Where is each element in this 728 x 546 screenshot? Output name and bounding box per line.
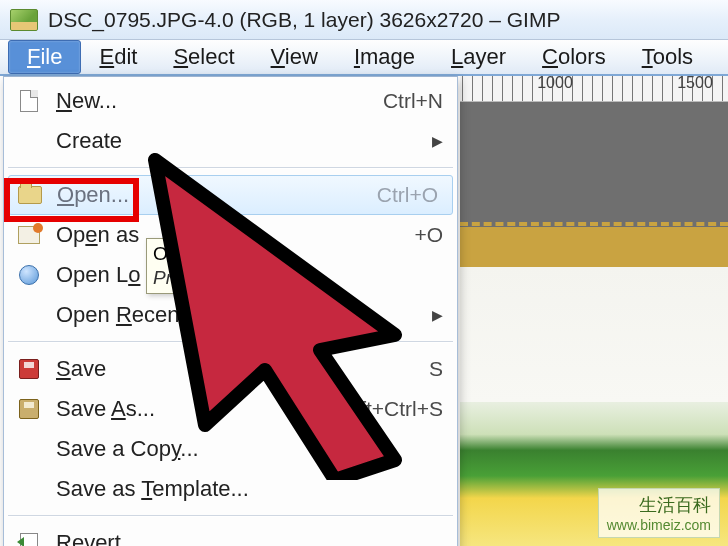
accel-save-as: Shift+Ctrl+S bbox=[330, 397, 443, 421]
revert-icon bbox=[14, 531, 44, 546]
folder-open-icon bbox=[15, 183, 45, 207]
menuitem-open-recent[interactable]: Open Recent ▶ bbox=[4, 295, 457, 335]
window-title: DSC_0795.JPG-4.0 (RGB, 1 layer) 3626x272… bbox=[48, 8, 560, 32]
menu-tools[interactable]: Tools bbox=[624, 40, 711, 74]
canvas-selection-dash bbox=[460, 222, 728, 226]
menu-separator bbox=[8, 515, 453, 517]
tooltip: Op Pres bbox=[146, 238, 212, 294]
accel-new: Ctrl+N bbox=[383, 89, 443, 113]
canvas-background bbox=[460, 102, 728, 546]
ruler-label-1000: 1000 bbox=[537, 74, 573, 92]
horizontal-ruler: 1000 1500 bbox=[460, 76, 728, 102]
menuitem-new[interactable]: New... Ctrl+N bbox=[4, 81, 457, 121]
menu-colors[interactable]: Colors bbox=[524, 40, 624, 74]
menu-select[interactable]: Select bbox=[155, 40, 252, 74]
open-as-layers-icon bbox=[14, 223, 44, 247]
menu-separator bbox=[8, 167, 453, 169]
menuitem-open-as-layers[interactable]: Open as +O bbox=[4, 215, 457, 255]
save-as-icon bbox=[14, 397, 44, 421]
globe-icon bbox=[14, 263, 44, 287]
menu-view[interactable]: View bbox=[253, 40, 336, 74]
gimp-app-icon bbox=[10, 9, 38, 31]
menu-layer[interactable]: Layer bbox=[433, 40, 524, 74]
menuitem-open-location[interactable]: Open Lo bbox=[4, 255, 457, 295]
accel-save: S bbox=[429, 357, 443, 381]
window-titlebar: DSC_0795.JPG-4.0 (RGB, 1 layer) 3626x272… bbox=[0, 0, 728, 40]
menuitem-create[interactable]: Create ▶ bbox=[4, 121, 457, 161]
submenu-arrow-icon: ▶ bbox=[432, 307, 443, 323]
menuitem-open[interactable]: Open... Ctrl+O bbox=[8, 175, 453, 215]
watermark-title: 生活百科 bbox=[607, 493, 711, 517]
menu-filters[interactable]: Filters bbox=[711, 40, 728, 74]
submenu-arrow-icon: ▶ bbox=[432, 133, 443, 149]
menuitem-save-a-copy[interactable]: Save a Copy... bbox=[4, 429, 457, 469]
menu-file[interactable]: File bbox=[8, 40, 81, 74]
ruler-label-1500: 1500 bbox=[677, 74, 713, 92]
accel-open: Ctrl+O bbox=[377, 183, 438, 207]
file-menu-dropdown: New... Ctrl+N Create ▶ Open... Ctrl+O Op… bbox=[3, 76, 458, 546]
menuitem-save[interactable]: Save S bbox=[4, 349, 457, 389]
menuitem-revert[interactable]: Revert bbox=[4, 523, 457, 546]
menu-edit[interactable]: Edit bbox=[81, 40, 155, 74]
new-file-icon bbox=[14, 89, 44, 113]
tooltip-title: Op bbox=[153, 243, 205, 265]
menu-image[interactable]: Image bbox=[336, 40, 433, 74]
save-icon bbox=[14, 357, 44, 381]
watermark-url: www.bimeiz.com bbox=[607, 517, 711, 533]
menu-separator bbox=[8, 341, 453, 343]
menubar: File Edit Select View Image Layer Colors… bbox=[0, 40, 728, 76]
tooltip-body: Pres bbox=[153, 267, 205, 289]
menuitem-save-as[interactable]: Save As... Shift+Ctrl+S bbox=[4, 389, 457, 429]
watermark: 生活百科 www.bimeiz.com bbox=[598, 488, 720, 538]
menuitem-save-as-template[interactable]: Save as Template... bbox=[4, 469, 457, 509]
accel-open-as: +O bbox=[414, 223, 443, 247]
